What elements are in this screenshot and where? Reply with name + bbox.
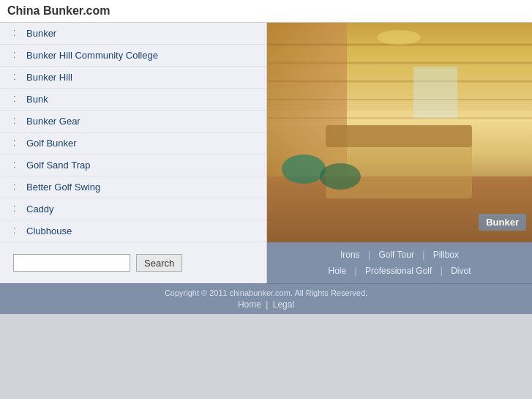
search-input[interactable]	[13, 254, 130, 272]
sidebar-link[interactable]: Bunker Hill Community College	[26, 50, 158, 61]
footer-legal-link[interactable]: Legal	[273, 299, 294, 310]
sidebar-link[interactable]: Golf Sand Trap	[26, 160, 90, 171]
link-irons[interactable]: Irons	[334, 250, 366, 260]
sidebar-link[interactable]: Bunker Hill	[26, 72, 72, 83]
bullet-icon: ⁚	[13, 29, 22, 38]
links-row-1: Irons | Golf Tour | Pillbox	[267, 247, 532, 263]
bullet-icon: ⁚	[13, 226, 22, 236]
footer: Copyright © 2011 chinabunker.com. All Ri…	[0, 283, 532, 314]
list-item: ⁚Bunker Hill Community College	[0, 45, 266, 67]
sidebar-nav: ⁚Bunker⁚Bunker Hill Community College⁚Bu…	[0, 23, 266, 242]
link-golf-tour[interactable]: Golf Tour	[372, 250, 419, 260]
main-content: ⁚Bunker⁚Bunker Hill Community College⁚Bu…	[0, 23, 532, 283]
footer-sep: |	[266, 299, 268, 310]
bullet-icon: ⁚	[13, 94, 22, 104]
sidebar-link[interactable]: Caddy	[26, 204, 54, 215]
link-pillbox[interactable]: Pillbox	[427, 250, 465, 260]
bullet-icon: ⁚	[13, 204, 22, 214]
site-header: China Bunker.com	[0, 0, 532, 23]
footer-home-link[interactable]: Home	[238, 299, 261, 310]
list-item: ⁚Caddy	[0, 198, 266, 220]
svg-rect-10	[413, 67, 457, 118]
list-item: ⁚Bunker Hill	[0, 67, 266, 89]
footer-links: Home | Legal	[4, 299, 528, 310]
bottom-links: Irons | Golf Tour | Pillbox Hole | Profe…	[267, 242, 532, 283]
room-image	[267, 23, 532, 242]
link-professional-golf[interactable]: Professional Golf	[359, 266, 438, 276]
search-area: Search	[0, 242, 266, 283]
list-item: ⁚Clubhouse	[0, 220, 266, 242]
svg-point-8	[282, 154, 326, 184]
links-row-2: Hole | Professional Golf | Divot	[267, 263, 532, 279]
bullet-icon: ⁚	[13, 182, 22, 192]
image-area: Bunker	[267, 23, 532, 242]
list-item: ⁚Bunker Gear	[0, 111, 266, 133]
sep-1: |	[366, 250, 373, 260]
bullet-icon: ⁚	[13, 51, 22, 60]
search-button[interactable]: Search	[136, 254, 182, 272]
link-hole[interactable]: Hole	[322, 266, 352, 276]
svg-point-5	[377, 30, 421, 45]
sidebar-link[interactable]: Bunker Gear	[26, 116, 80, 127]
link-divot[interactable]: Divot	[445, 266, 476, 276]
copyright-text: Copyright © 2011 chinabunker.com. All Ri…	[4, 288, 528, 297]
bullet-icon: ⁚	[13, 116, 22, 126]
svg-rect-7	[326, 125, 472, 147]
svg-point-9	[320, 163, 361, 190]
bullet-icon: ⁚	[13, 138, 22, 148]
bullet-icon: ⁚	[13, 72, 22, 82]
list-item: ⁚Golf Bunker	[0, 133, 266, 154]
list-item: ⁚Bunker	[0, 23, 266, 45]
sep-2: |	[420, 250, 427, 260]
sidebar-link[interactable]: Clubhouse	[26, 225, 72, 236]
sidebar-link[interactable]: Better Golf Swing	[26, 182, 100, 193]
right-panel: Bunker Irons | Golf Tour | Pillbox Hole …	[267, 23, 532, 283]
list-item: ⁚Better Golf Swing	[0, 176, 266, 198]
sidebar: ⁚Bunker⁚Bunker Hill Community College⁚Bu…	[0, 23, 267, 283]
list-item: ⁚Bunk	[0, 89, 266, 111]
sep-3: |	[352, 266, 359, 276]
sidebar-link[interactable]: Golf Bunker	[26, 138, 77, 149]
bullet-icon: ⁚	[13, 160, 22, 170]
image-overlay-label: Bunker	[479, 214, 526, 231]
sidebar-link[interactable]: Bunk	[26, 94, 48, 105]
sep-4: |	[438, 266, 445, 276]
site-title: China Bunker.com	[7, 4, 525, 18]
list-item: ⁚Golf Sand Trap	[0, 154, 266, 176]
sidebar-link[interactable]: Bunker	[26, 28, 56, 39]
